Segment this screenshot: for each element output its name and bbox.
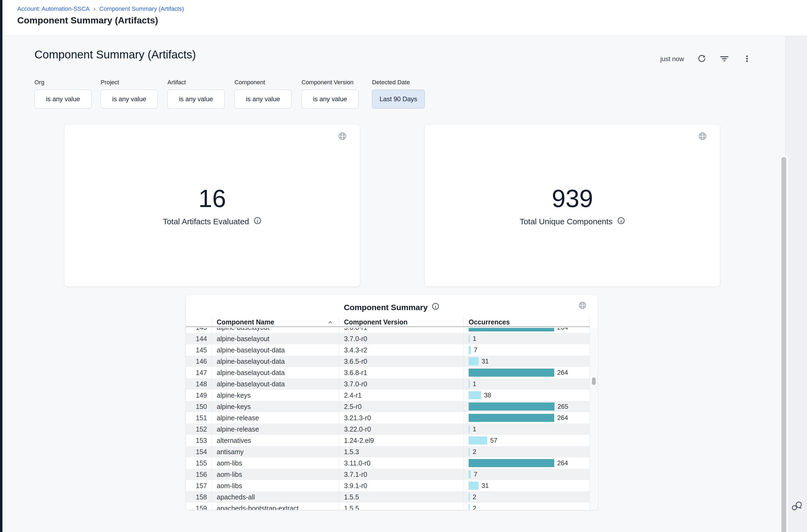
component-version-cell: 1.5.3 [339,446,463,457]
component-name-cell: apacheds-bootstrap-extract [211,503,339,510]
component-name-cell: aom-libs [211,457,339,469]
refresh-icon [697,54,706,64]
occurrences-value: 2 [473,505,476,510]
table-row[interactable]: 155 aom-libs 3.11.0-r0 264 [186,457,590,469]
occurrences-cell: 265 [463,401,590,412]
tile-label: Total Artifacts Evaluated [163,217,249,226]
table-row[interactable]: 153 alternatives 1.24-2.el9 57 [186,435,590,446]
row-number-cell: 157 [186,480,211,491]
tile-total-artifacts-evaluated: 16 Total Artifacts Evaluated [64,125,360,286]
info-icon[interactable] [253,216,262,227]
filter-value-button-org[interactable]: is any value [35,90,92,109]
component-version-cell: 3.9.1-r0 [339,480,463,491]
component-version-cell: 3.21.3-r0 [339,412,463,423]
table-row[interactable]: 148 alpine-baselayout-data 3.7.0-r0 1 [186,378,590,390]
occurrences-value: 264 [557,414,568,422]
filter-value-button-artifact[interactable]: is any value [168,90,225,109]
dashboard-filters-button[interactable] [719,54,729,64]
occurrences-bar [469,328,554,331]
column-header-component-version[interactable]: Component Version [339,318,463,326]
table-row[interactable]: 147 alpine-baselayout-data 3.6.8-r1 264 [186,367,590,378]
filter-value-button-component-version[interactable]: is any value [302,90,359,109]
component-version-cell: 3.6.8-r1 [339,328,463,333]
component-name-cell: alternatives [211,435,339,446]
collapsed-nav-rail [0,0,2,532]
column-header-component-name[interactable]: Component Name [211,318,339,326]
component-version-cell: 2.4-r1 [339,390,463,401]
occurrences-bar [469,402,555,411]
dashboard-actions-button[interactable] [742,54,752,64]
row-number-cell: 146 [186,356,211,367]
filter-value-button-component[interactable]: is any value [234,90,291,109]
table-row[interactable]: 146 alpine-baselayout-data 3.6.5-r0 31 [186,356,590,367]
occurrences-cell: 31 [463,480,590,491]
tile-label: Total Unique Components [520,217,612,226]
component-name-cell: antisamy [211,446,339,457]
component-version-cell: 3.11.0-r0 [339,457,463,469]
table-row[interactable]: 159 apacheds-bootstrap-extract 1.5.5 2 [186,503,590,510]
row-number-cell: 147 [186,367,211,378]
column-header-occurrences[interactable]: Occurrences [463,318,590,326]
table-title: Component Summary [344,303,428,312]
component-version-cell: 2.5-r0 [339,401,463,412]
component-name-cell: alpine-baselayout-data [211,356,339,367]
occurrences-value: 7 [474,471,477,478]
occurrences-value: 7 [474,346,477,354]
row-number-cell: 158 [186,491,211,503]
occurrences-bar [469,391,481,399]
row-number-cell: 144 [186,333,211,344]
occurrences-cell: 264 [463,412,590,423]
filter-group: Project is any value [101,79,158,109]
page-scrollbar-track[interactable] [780,155,788,532]
occurrences-cell: 7 [463,469,590,480]
row-number-cell: 145 [186,344,211,356]
table-scrollbar-track[interactable] [590,328,598,510]
info-icon[interactable] [431,302,440,312]
refresh-button[interactable] [697,54,707,64]
table-row[interactable]: 143 alpine-baselayout 3.6.8-r1 264 [186,328,590,333]
table-row[interactable]: 156 aom-libs 3.7.1-r0 7 [186,469,590,480]
occurrences-cell: 264 [463,328,590,333]
occurrences-bar [469,368,554,377]
filter-group: Detected Date Last 90 Days [372,79,425,109]
table-row[interactable]: 149 alpine-keys 2.4-r1 38 [186,390,590,401]
filter-label: Component Version [302,79,359,86]
occurrences-cell: 38 [463,390,590,401]
chevron-up-icon [328,320,333,325]
breadcrumb-account-link[interactable]: Account: Automation-SSCA [17,5,90,13]
table-scrollbar-thumb[interactable] [592,378,596,385]
table-row[interactable]: 154 antisamy 1.5.3 2 [186,446,590,457]
component-name-cell: alpine-baselayout-data [211,378,339,390]
breadcrumb-current-link[interactable]: Component Summary (Artifacts) [99,5,184,13]
dashboard-controls: just now [660,54,752,64]
table-row[interactable]: 150 alpine-keys 2.5-r0 265 [186,401,590,412]
occurrences-cell: 7 [463,344,590,356]
page-scrollbar-thumb[interactable] [782,157,786,532]
table-row[interactable]: 144 alpine-baselayout 3.7.0-r0 1 [186,333,590,344]
component-name-cell: alpine-baselayout-data [211,367,339,378]
table-row[interactable]: 157 aom-libs 3.9.1-r0 31 [186,480,590,491]
breadcrumb-separator: › [93,6,96,12]
component-name-cell: aom-libs [211,480,339,491]
occurrences-bar [469,482,479,490]
info-icon[interactable] [617,216,625,227]
table-row[interactable]: 158 apacheds-all 1.5.5 2 [186,491,590,503]
table-row[interactable]: 151 alpine-release 3.21.3-r0 264 [186,412,590,423]
help-chat-button[interactable] [789,499,804,514]
filter-group: Artifact is any value [168,79,225,109]
filter-label: Component [234,79,291,86]
occurrences-value: 2 [473,448,476,456]
row-number-cell: 159 [186,503,211,510]
last-refreshed-label: just now [660,55,684,63]
filter-value-button-project[interactable]: is any value [101,90,158,109]
globe-icon [338,132,347,142]
more-vert-icon [743,54,752,64]
component-name-cell: alpine-keys [211,390,339,401]
table-row[interactable]: 145 alpine-baselayout-data 3.4.3-r2 7 [186,344,590,356]
table-header-row: Component Name Component Version Occurre… [186,318,590,327]
filter-value-button-detected-date[interactable]: Last 90 Days [372,90,425,109]
row-number-cell: 148 [186,378,211,390]
table-row[interactable]: 152 alpine-release 3.22.0-r0 1 [186,423,590,435]
component-name-cell: alpine-release [211,412,339,423]
globe-icon [578,301,587,311]
